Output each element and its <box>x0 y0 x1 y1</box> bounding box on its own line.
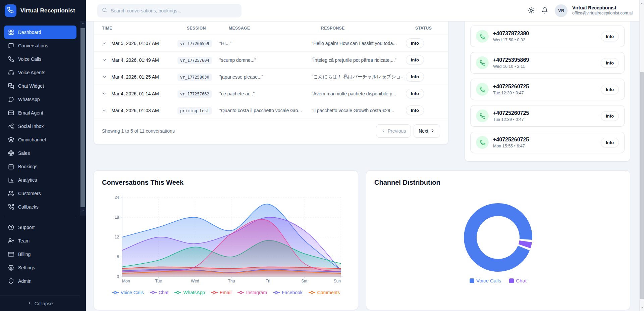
table-row[interactable]: Mar 4, 2026, 01:14 AMvr_177257662"ce pac… <box>94 85 448 102</box>
legend-item-whatsapp[interactable]: WhatsApp <box>174 290 205 295</box>
info-button[interactable]: Info <box>406 55 424 65</box>
sidebar-item-voice-calls[interactable]: Voice Calls <box>4 52 76 66</box>
sidebar-item-label: Chat Widget <box>18 83 44 89</box>
chevron-down-icon[interactable] <box>102 108 111 113</box>
sun-icon <box>528 9 535 15</box>
sidebar-item-label: Team <box>18 238 30 243</box>
call-info-button[interactable]: Info <box>601 85 619 94</box>
call-info-button[interactable]: Info <box>601 32 619 41</box>
call-card[interactable]: +40725260725Mon 15:55 • 6:47Info <box>470 132 625 153</box>
sidebar-item-label: Bookings <box>18 164 38 169</box>
sidebar-item-label: Billing <box>18 252 31 257</box>
table-row[interactable]: Mar 4, 2026, 01:49 AMvr_177257604"scump … <box>94 52 448 69</box>
sidebar-item-support[interactable]: Support <box>4 221 76 234</box>
sidebar-scrollbar[interactable] <box>80 0 86 311</box>
call-card[interactable]: +40725260725Tue 12:39 • 0:47Info <box>470 79 625 100</box>
call-info-button[interactable]: Info <box>601 138 619 147</box>
user-plus-icon <box>8 238 14 244</box>
legend-marker-icon <box>211 291 218 295</box>
chevron-right-icon <box>430 128 435 134</box>
sidebar-collapse-button[interactable]: Collapse <box>0 296 80 311</box>
table-row[interactable]: Mar 5, 2026, 01:07 AMvr_177266559"HI..."… <box>94 35 448 52</box>
sidebar-item-admin[interactable]: Admin <box>4 274 76 288</box>
column-header-status: STATUS <box>415 26 439 31</box>
legend-label: Instagram <box>246 290 267 295</box>
scroll-up-icon[interactable] <box>640 1 644 6</box>
chevron-down-icon[interactable] <box>102 91 111 96</box>
chevron-down-icon[interactable] <box>102 58 111 62</box>
sidebar-item-team[interactable]: Team <box>4 234 76 248</box>
legend-item-voice-calls[interactable]: Voice Calls <box>470 278 501 283</box>
scroll-down-icon[interactable] <box>640 305 644 310</box>
call-info-button[interactable]: Info <box>601 58 619 68</box>
theme-toggle-button[interactable] <box>528 7 535 14</box>
search-box[interactable] <box>97 4 241 17</box>
legend-item-email[interactable]: Email <box>211 290 231 295</box>
sidebar-scrollbar-thumb[interactable] <box>80 28 85 207</box>
legend-item-voice-calls[interactable]: Voice Calls <box>112 290 144 295</box>
sidebar-item-customers[interactable]: Customers <box>4 187 76 200</box>
sidebar-item-label: Support <box>18 225 35 230</box>
credit-card-icon <box>8 251 14 257</box>
avatar[interactable]: VR <box>555 4 568 17</box>
call-number: +40725260725 <box>493 136 529 143</box>
info-button[interactable]: Info <box>406 38 424 48</box>
table-row[interactable]: Mar 4, 2026, 01:25 AMvr_177258030"japane… <box>94 69 448 85</box>
scroll-down-icon[interactable] <box>80 208 86 214</box>
sidebar-divider <box>5 217 76 217</box>
sidebar-item-whatsapp[interactable]: WhatsApp <box>4 93 76 106</box>
legend-item-chat[interactable]: Chat <box>150 290 169 295</box>
call-card[interactable]: +40737872380Wed 17:50 • 0:32Info <box>470 26 625 47</box>
legend-item-chat[interactable]: Chat <box>509 278 527 283</box>
legend-item-facebook[interactable]: Facebook <box>273 290 302 295</box>
row-message: "scump domne..." <box>219 57 312 63</box>
svg-text:24: 24 <box>115 195 119 200</box>
chevron-down-icon[interactable] <box>102 75 111 79</box>
area-chart-legend: Voice CallsChatWhatsAppEmailInstagramFac… <box>102 290 350 295</box>
call-card[interactable]: +40725260725Tue 12:39 • 0:47Info <box>470 105 625 127</box>
svg-text:0: 0 <box>117 274 119 279</box>
call-card[interactable]: +40725395869Wed 16:10 • 2:11Info <box>470 52 625 74</box>
sidebar-item-omnichannel[interactable]: Omnichannel <box>4 133 76 146</box>
dashboard-icon <box>8 29 14 35</box>
scroll-up-icon[interactable] <box>80 21 86 26</box>
row-time: Mar 4, 2026, 01:49 AM <box>111 57 159 63</box>
call-number: +40725395869 <box>493 57 529 63</box>
info-button[interactable]: Info <box>406 89 424 98</box>
sidebar-item-dashboard[interactable]: Dashboard <box>4 26 76 39</box>
sidebar-item-chat-widget[interactable]: Chat Widget <box>4 79 76 93</box>
phone-icon <box>8 56 14 62</box>
legend-label: Facebook <box>282 290 302 295</box>
row-time: Mar 4, 2026, 01:14 AM <box>111 91 159 96</box>
mail-icon <box>8 110 14 116</box>
gear-icon <box>8 265 14 271</box>
user-email: office@virtualreceptionist.com.ai <box>572 11 633 16</box>
sidebar-item-voice-agents[interactable]: Voice Agents <box>4 66 76 79</box>
sidebar-item-sales[interactable]: Sales <box>4 146 76 160</box>
legend-item-instagram[interactable]: Instagram <box>237 290 267 295</box>
chevron-down-icon[interactable] <box>102 41 111 46</box>
sidebar-item-callbacks[interactable]: Callbacks <box>4 200 76 214</box>
sidebar-item-social-inbox[interactable]: Social Inbox <box>4 120 76 133</box>
page-scrollbar-thumb[interactable] <box>640 72 644 299</box>
legend-item-comments[interactable]: Comments <box>309 290 340 295</box>
legend-swatch <box>509 278 514 283</box>
notifications-button[interactable] <box>541 7 549 14</box>
sidebar-item-bookings[interactable]: Bookings <box>4 160 76 173</box>
info-button[interactable]: Info <box>406 72 424 82</box>
info-button[interactable]: Info <box>406 105 424 115</box>
session-badge: vr_177258030 <box>177 74 212 81</box>
sidebar-item-settings[interactable]: Settings <box>4 261 76 274</box>
table-row[interactable]: Mar 4, 2026, 01:03 AMpricing_test"Quanto… <box>94 102 448 119</box>
donut-chart-title: Channel Distribution <box>374 179 622 186</box>
search-input[interactable] <box>111 8 237 13</box>
previous-page-button[interactable]: Previous <box>376 124 411 138</box>
call-info-button[interactable]: Info <box>601 111 619 121</box>
sidebar-item-conversations[interactable]: Conversations <box>4 39 76 52</box>
next-page-button[interactable]: Next <box>414 124 440 138</box>
sidebar-item-billing[interactable]: Billing <box>4 248 76 261</box>
sidebar-item-analytics[interactable]: Analytics <box>4 173 76 187</box>
brand-logo <box>5 4 16 17</box>
page-scrollbar[interactable] <box>639 0 644 311</box>
sidebar-item-email-agent[interactable]: Email Agent <box>4 106 76 120</box>
